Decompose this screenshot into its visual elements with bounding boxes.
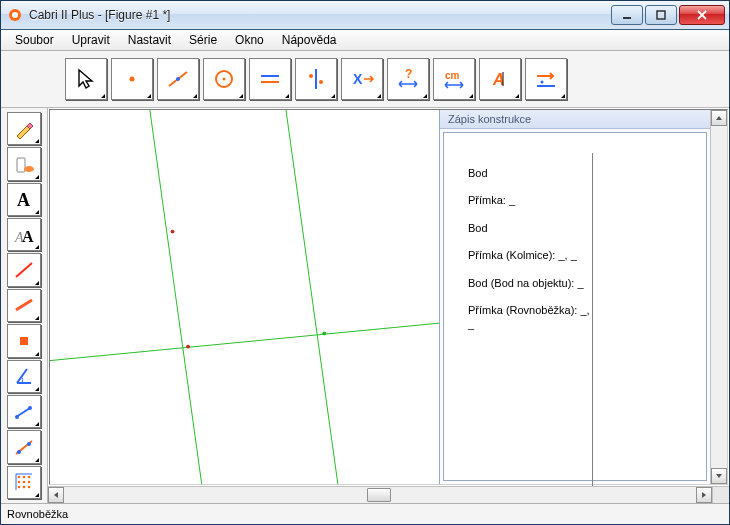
- svg-point-8: [223, 78, 226, 81]
- svg-point-42: [23, 486, 26, 489]
- svg-point-39: [23, 481, 26, 484]
- log-step: Přímka: _: [468, 194, 592, 208]
- svg-text:X: X: [353, 71, 363, 87]
- svg-rect-2: [623, 17, 631, 19]
- svg-point-34: [27, 442, 31, 446]
- svg-text:A: A: [22, 228, 34, 245]
- construction-log-body[interactable]: Bod Přímka: _ Bod Přímka (Kolmice): _, _…: [443, 132, 707, 481]
- transform-tool[interactable]: [525, 58, 567, 100]
- svg-point-49: [322, 332, 326, 336]
- svg-text:cm: cm: [445, 70, 460, 81]
- app-icon: [7, 7, 23, 23]
- text-style-tool[interactable]: AA: [7, 218, 41, 251]
- query-tool[interactable]: ?: [387, 58, 429, 100]
- point-tool[interactable]: [111, 58, 153, 100]
- drawing-canvas[interactable]: [50, 110, 439, 484]
- grid-tool[interactable]: [7, 466, 41, 499]
- scroll-left-button[interactable]: [48, 487, 64, 503]
- svg-line-45: [147, 110, 205, 484]
- svg-line-44: [50, 320, 439, 362]
- svg-point-12: [309, 74, 313, 78]
- svg-point-38: [18, 481, 21, 484]
- menu-upravit[interactable]: Upravit: [64, 31, 118, 49]
- text-tool[interactable]: A: [7, 183, 41, 216]
- eraser-tool[interactable]: [7, 147, 41, 180]
- log-step: Bod: [468, 222, 592, 236]
- svg-point-43: [28, 486, 31, 489]
- label-tool[interactable]: A: [479, 58, 521, 100]
- ray-tool[interactable]: [7, 253, 41, 286]
- menu-nastavit[interactable]: Nastavit: [120, 31, 179, 49]
- pointer-tool[interactable]: [65, 58, 107, 100]
- close-button[interactable]: [679, 5, 725, 25]
- log-step: Přímka (Kolmice): _, _: [468, 249, 592, 263]
- status-text: Rovnoběžka: [7, 508, 68, 520]
- app-window: Cabri II Plus - [Figure #1 *] Soubor Upr…: [0, 0, 730, 525]
- svg-point-47: [171, 230, 175, 234]
- svg-rect-3: [657, 11, 665, 19]
- statusbar: Rovnoběžka: [1, 503, 729, 524]
- scroll-right-button[interactable]: [696, 487, 712, 503]
- line-tool[interactable]: [157, 58, 199, 100]
- svg-point-37: [28, 476, 31, 479]
- svg-point-33: [17, 450, 21, 454]
- menu-soubor[interactable]: Soubor: [7, 31, 62, 49]
- svg-point-20: [541, 81, 544, 84]
- svg-point-6: [176, 77, 180, 81]
- scroll-down-button[interactable]: [711, 468, 727, 484]
- axes-tool[interactable]: X: [341, 58, 383, 100]
- svg-line-46: [283, 110, 341, 484]
- segment-tool[interactable]: [7, 289, 41, 322]
- pencil-tool[interactable]: [7, 112, 41, 145]
- scroll-up-button[interactable]: [711, 110, 727, 126]
- svg-rect-21: [17, 158, 25, 172]
- angle-tool[interactable]: [7, 360, 41, 393]
- svg-line-26: [16, 263, 32, 277]
- construction-log-title: Zápis konstrukce: [440, 110, 710, 129]
- vertical-scrollbar[interactable]: [710, 110, 727, 484]
- svg-line-27: [16, 300, 32, 310]
- construction-log-panel: Zápis konstrukce Bod Přímka: _ Bod Přímk…: [439, 110, 710, 484]
- svg-point-22: [24, 166, 34, 172]
- intersect-tool[interactable]: [295, 58, 337, 100]
- log-step: Bod (Bod na objektu): _: [468, 277, 592, 291]
- measure-tool[interactable]: cm: [433, 58, 475, 100]
- svg-point-40: [28, 481, 31, 484]
- log-step: Bod: [468, 167, 592, 181]
- main-area: A AA: [1, 108, 729, 503]
- window-title: Cabri II Plus - [Figure #1 *]: [29, 8, 611, 22]
- left-toolbar: A AA: [1, 108, 48, 503]
- minimize-button[interactable]: [611, 5, 643, 25]
- menu-okno[interactable]: Okno: [227, 31, 272, 49]
- svg-point-48: [186, 345, 190, 349]
- top-toolbar: X ? cm A: [1, 51, 729, 108]
- svg-text:A: A: [17, 190, 30, 210]
- svg-point-13: [319, 80, 323, 84]
- circle-tool[interactable]: [203, 58, 245, 100]
- perpendicular-tool[interactable]: [249, 58, 291, 100]
- svg-point-35: [18, 476, 21, 479]
- menubar: Soubor Upravit Nastavit Série Okno Nápov…: [1, 30, 729, 51]
- svg-point-41: [18, 486, 21, 489]
- maximize-button[interactable]: [645, 5, 677, 25]
- svg-point-31: [28, 406, 32, 410]
- menu-serie[interactable]: Série: [181, 31, 225, 49]
- horizontal-scrollbar[interactable]: [48, 486, 729, 503]
- svg-point-36: [23, 476, 26, 479]
- vector-tool[interactable]: [7, 395, 41, 428]
- svg-point-1: [12, 12, 18, 18]
- fill-tool[interactable]: [7, 324, 41, 357]
- svg-rect-28: [20, 337, 28, 345]
- titlebar: Cabri II Plus - [Figure #1 *]: [1, 1, 729, 30]
- scroll-thumb[interactable]: [367, 488, 391, 502]
- svg-point-4: [130, 77, 135, 82]
- locus-tool[interactable]: [7, 430, 41, 463]
- menu-napoveda[interactable]: Nápověda: [274, 31, 345, 49]
- svg-point-30: [15, 415, 19, 419]
- log-step: Přímka (Rovnoběžka): _, _: [468, 304, 592, 332]
- svg-text:?: ?: [405, 67, 412, 81]
